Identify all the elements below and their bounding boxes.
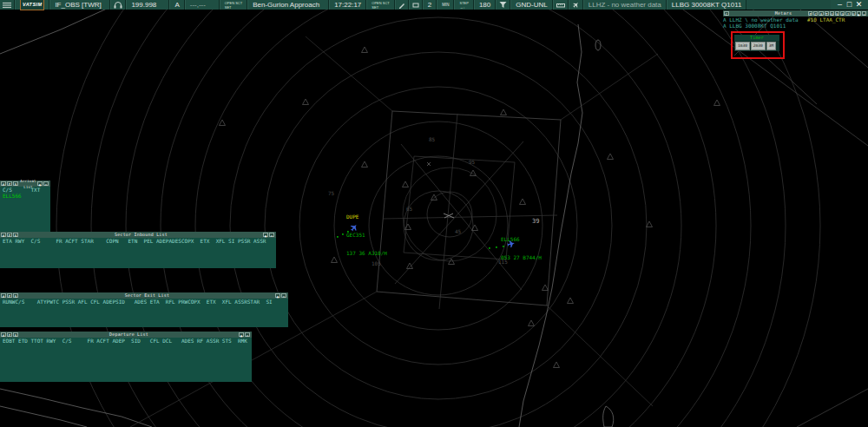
freq-mode-button[interactable]: A: [169, 0, 184, 10]
airport-symbol: [427, 162, 454, 218]
collapse-icon[interactable]: ▲: [263, 233, 268, 237]
close-icon[interactable]: ✕: [862, 11, 866, 16]
inbound-header: ETA RWY C/S FR ACFT STAR COPN ETN PEL AD…: [0, 238, 276, 244]
eraser-icon[interactable]: [409, 0, 423, 10]
wx-metar-button[interactable]: LLBG 30008KT Q1011: [667, 0, 747, 10]
refresh-unit-button[interactable]: MIN: [437, 0, 454, 10]
atc-filter-c[interactable]: C: [813, 11, 818, 16]
visibility-range: 180: [479, 0, 490, 10]
frequency-button[interactable]: 199.998: [126, 0, 169, 10]
arrival-titlebar[interactable]: # F S Arrival List ▲ ✕: [0, 181, 50, 187]
atc-filter-a[interactable]: A: [819, 11, 823, 16]
departure-title: Departure List: [19, 332, 239, 338]
step-arrows-icon: →↓: [459, 5, 468, 10]
menu-bar: VATSIM IF_OBS [TWR] 199.998 A ---,--- OP…: [0, 0, 868, 10]
aircraft-tag-2[interactable]: ELL566 053 27 B744/H: [501, 224, 542, 273]
dupe-warning: DUPE: [346, 214, 387, 220]
minimize-button[interactable]: –: [835, 0, 845, 10]
pencil-icon[interactable]: [395, 0, 409, 10]
atc-list-window: F C A T G S O ? U ▲ ✕ #10 LTAA_CTR: [807, 10, 868, 23]
position-name: Ben-Gurion Approach: [253, 0, 319, 10]
aircraft-data-line: 137 36 A310/H: [346, 250, 387, 256]
list-menu-button[interactable]: #: [1, 181, 6, 186]
aircraft-callsign[interactable]: ELL566: [501, 236, 542, 242]
sector-boundaries: [670, 0, 868, 427]
inbound-body: [0, 244, 276, 268]
list-menu-button[interactable]: #: [1, 293, 6, 298]
arrival-row[interactable]: ELL566: [0, 193, 50, 199]
atc-filter-q[interactable]: ?: [845, 11, 850, 16]
list-sort-button[interactable]: S: [13, 233, 18, 237]
aircraft-select-icon[interactable]: [569, 0, 583, 10]
close-button[interactable]: ✕: [854, 0, 864, 10]
close-icon[interactable]: ✕: [281, 293, 286, 298]
list-filter-button[interactable]: F: [7, 233, 12, 237]
exit-header-text: RUNWC/S ATYPWTC PSSR AFL CFL ADEPSID ADE…: [0, 299, 288, 305]
headset-icon[interactable]: [110, 0, 126, 10]
wx-metar-text: LLBG 30008KT Q1011: [672, 0, 742, 10]
list-sort-button[interactable]: S: [13, 181, 18, 186]
wx-primary-button[interactable]: LLHZ - no weather data: [583, 0, 667, 10]
aircraft-data-line: 053 27 B744/H: [501, 254, 542, 260]
arrival-list-window: # F S Arrival List ▲ ✕ C/S TXT ELL566: [0, 181, 50, 232]
atc-entry[interactable]: #10 LTAA_CTR: [807, 16, 868, 23]
collapse-icon[interactable]: ▲: [857, 11, 861, 16]
altitude-filter-button[interactable]: GND-UNL: [510, 0, 552, 10]
connection-button[interactable]: IF_OBS [TWR]: [49, 0, 110, 10]
list-menu-button[interactable]: #: [1, 332, 6, 337]
list-filter-button[interactable]: F: [7, 332, 12, 337]
atc-filter-g[interactable]: G: [830, 11, 834, 16]
metar-c-button[interactable]: C: [724, 11, 729, 16]
atc-filter-o[interactable]: O: [840, 11, 845, 16]
wx-primary-text: LLHZ - no weather data: [589, 0, 661, 10]
step-button[interactable]: STEP→↓: [454, 0, 473, 10]
list-sort-button[interactable]: S: [13, 332, 18, 337]
annotation-highlight-box: [731, 31, 785, 59]
menubar-spacer: [746, 0, 831, 10]
clock-value: 17:22:17: [334, 0, 361, 10]
atc-filter-f[interactable]: F: [808, 11, 812, 16]
departure-body: [0, 344, 252, 382]
arrival-header-text: C/S TXT: [0, 187, 50, 193]
aircraft-tag-1[interactable]: DUPE GEC351 137 36 A310/H: [346, 201, 387, 268]
map-label: 45: [455, 228, 461, 234]
collapse-icon[interactable]: ▲: [37, 181, 43, 186]
list-filter-button[interactable]: F: [7, 181, 12, 186]
inbound-titlebar[interactable]: # F S Sector Inbound List ▲ ✕: [0, 232, 276, 238]
filter-icon[interactable]: [496, 0, 510, 10]
coords-value: ---,---: [190, 0, 206, 10]
close-icon[interactable]: ✕: [43, 181, 49, 186]
stripes-icon[interactable]: [0, 0, 15, 10]
atc-filter-t[interactable]: T: [825, 11, 829, 16]
collapse-icon[interactable]: ▲: [275, 293, 280, 298]
ruler-icon[interactable]: [553, 0, 569, 10]
departure-titlebar[interactable]: # F S Departure List ▲ ✕: [0, 332, 252, 338]
refresh-unit: MIN: [442, 0, 449, 10]
list-menu-button[interactable]: #: [1, 233, 6, 237]
list-sort-button[interactable]: S: [13, 293, 18, 298]
sector-exit-list-window: # F S Sector Exit List ▲ ✕ RUNWC/S ATYPW…: [0, 292, 288, 327]
map-label: 65: [406, 206, 412, 212]
connection-label: IF_OBS [TWR]: [55, 0, 101, 10]
position-name-button[interactable]: Ben-Gurion Approach: [247, 0, 329, 10]
freq-mode: A: [174, 0, 179, 10]
exit-titlebar[interactable]: # F S Sector Exit List ▲ ✕: [0, 292, 288, 299]
tag-refresh-button[interactable]: 2: [423, 0, 437, 10]
visibility-range-button[interactable]: 180: [474, 0, 496, 10]
vatsim-logo-button[interactable]: VATSIM: [15, 0, 49, 10]
list-filter-button[interactable]: F: [7, 293, 12, 298]
atc-filter-s[interactable]: S: [835, 11, 839, 16]
window-controls: – □ ✕: [831, 0, 868, 10]
quickset-button-1[interactable]: OPEN SCTSET: [220, 0, 247, 10]
close-icon[interactable]: ✕: [245, 332, 250, 337]
collapse-icon[interactable]: ▲: [239, 332, 244, 337]
inbound-header-text: ETA RWY C/S FR ACFT STAR COPN ETN PEL AD…: [0, 238, 276, 244]
maximize-button[interactable]: □: [845, 0, 854, 10]
aircraft-callsign[interactable]: GEC351: [346, 232, 387, 238]
coords-display: ---,---: [185, 0, 220, 10]
close-icon[interactable]: ✕: [269, 233, 274, 237]
quickset-button-2[interactable]: OPEN SCTSET: [366, 0, 394, 10]
atc-titlebar[interactable]: F C A T G S O ? U ▲ ✕: [807, 10, 868, 16]
atc-filter-u[interactable]: U: [852, 11, 856, 16]
departure-list-window: # F S Departure List ▲ ✕ EOBT ETD TTOT R…: [0, 332, 252, 382]
